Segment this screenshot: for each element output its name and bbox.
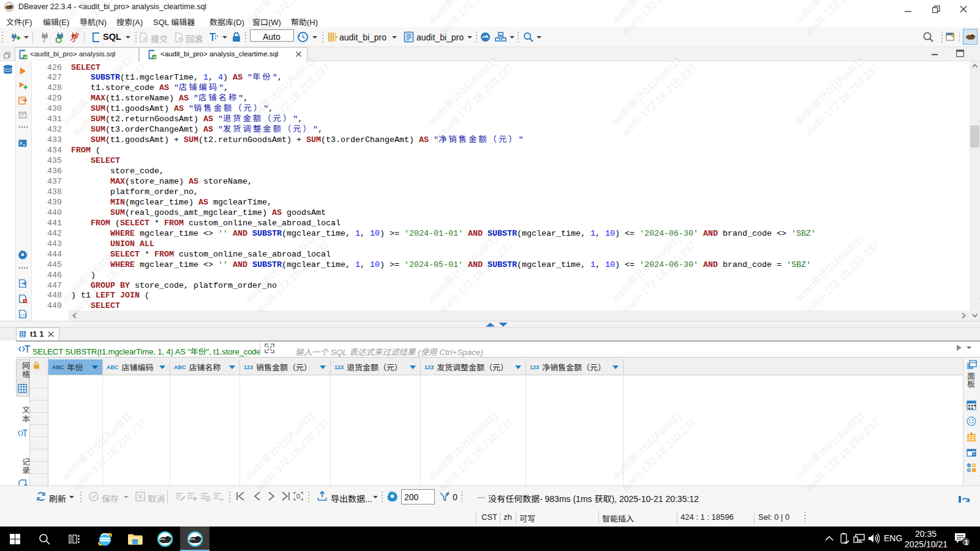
svg-text:1: 1 (965, 539, 968, 546)
